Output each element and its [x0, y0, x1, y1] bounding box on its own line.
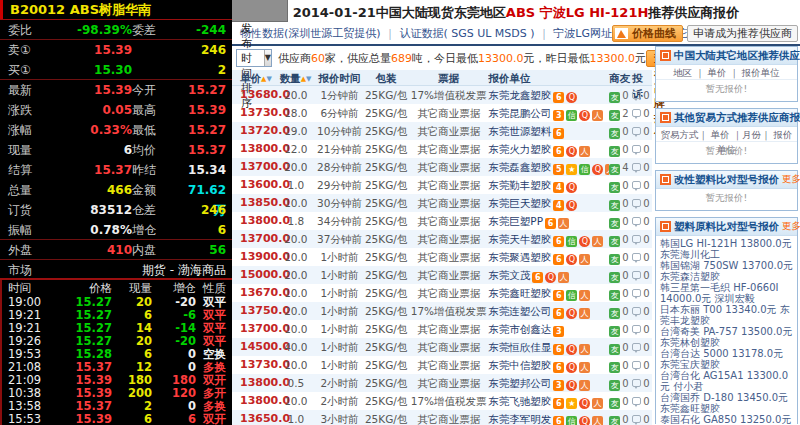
- quote-price[interactable]: 13800.0: [232, 140, 276, 158]
- chevron-down-icon[interactable]: ▼: [264, 50, 271, 66]
- price-curve-button[interactable]: 价格曲线: [612, 25, 683, 42]
- contact-card-icon[interactable]: 人: [579, 308, 590, 319]
- qq-icon[interactable]: Q: [579, 110, 590, 121]
- sidebar-quote-line[interactable]: 泰国石化 GA850 13250.0元 东莞明创公司: [660, 414, 794, 424]
- qq-icon[interactable]: Q: [566, 362, 577, 373]
- sidebar-quote-line[interactable]: 台湾台化 AG15A1 13300.0元 付小君: [660, 370, 794, 392]
- company-link[interactable]: 东莞连塑公司: [488, 305, 551, 317]
- complaint-bubble-icon[interactable]: [632, 235, 641, 243]
- company-link[interactable]: 东莞飞驰塑胶: [488, 395, 551, 407]
- vip-level-badge[interactable]: 3: [553, 326, 564, 337]
- quote-price[interactable]: 13730.0: [232, 356, 276, 374]
- quote-price[interactable]: 13750.0: [232, 302, 276, 320]
- complaint-bubble-icon[interactable]: [632, 145, 641, 153]
- sidebar-quote-line[interactable]: 台湾奇美 PA-757 13500.0元 东莞林创塑胶: [660, 326, 794, 348]
- friend-icon[interactable]: 友: [609, 182, 620, 193]
- credit-icon[interactable]: 信: [566, 236, 577, 247]
- quote-price[interactable]: 15000.0: [232, 266, 276, 284]
- contact-card-icon[interactable]: 人: [592, 236, 603, 247]
- vip-level-badge[interactable]: 6: [553, 290, 564, 301]
- friend-icon[interactable]: 友: [609, 290, 620, 301]
- vip-level-badge[interactable]: 4: [553, 200, 564, 211]
- quote-price[interactable]: 13700.0: [232, 158, 276, 176]
- credit-icon[interactable]: 信: [566, 290, 577, 301]
- contact-card-icon[interactable]: 人: [579, 380, 590, 391]
- qq-icon[interactable]: Q: [579, 398, 590, 409]
- complaint-bubble-icon[interactable]: [632, 127, 641, 135]
- company-link[interactable]: 东莞文茂: [488, 269, 530, 281]
- contact-card-icon[interactable]: 人: [579, 290, 590, 301]
- vip-level-badge[interactable]: 6: [545, 218, 556, 229]
- qq-icon[interactable]: Q: [545, 272, 556, 283]
- qq-icon[interactable]: Q: [566, 182, 577, 193]
- complaint-bubble-icon[interactable]: [632, 415, 641, 423]
- sort-desc-icon[interactable]: ▼: [306, 75, 311, 83]
- complaint-bubble-icon[interactable]: [632, 361, 641, 369]
- complaint-bubble-icon[interactable]: [632, 271, 641, 279]
- quote-price[interactable]: 13720.0: [232, 122, 276, 140]
- friend-icon[interactable]: 友: [609, 326, 620, 337]
- qq-icon[interactable]: Q: [566, 200, 577, 211]
- contact-card-icon[interactable]: 人: [579, 344, 590, 355]
- friend-icon[interactable]: 友: [609, 380, 620, 391]
- sidebar-quote-line[interactable]: 韩国LG HI-121H 13800.0元 东莞海川化工: [660, 238, 794, 260]
- complaint-bubble-icon[interactable]: [632, 181, 641, 189]
- company-link[interactable]: 东莞市创鑫达: [488, 323, 551, 335]
- sidebar-quote-line[interactable]: 台湾国乔 D-180 13450.0元 东莞鑫旺塑胶: [660, 392, 794, 414]
- friend-icon[interactable]: 友: [609, 416, 620, 425]
- friend-icon[interactable]: 友: [609, 236, 620, 247]
- complaint-bubble-icon[interactable]: [632, 325, 641, 333]
- complaint-bubble-icon[interactable]: [632, 253, 641, 261]
- friend-icon[interactable]: 友: [609, 200, 620, 211]
- quote-price[interactable]: 14500.0: [232, 338, 276, 356]
- friend-icon[interactable]: 友: [609, 272, 620, 283]
- complaint-bubble-icon[interactable]: [632, 91, 641, 99]
- apply-supplier-button[interactable]: 申请成为推荐供应商: [687, 25, 798, 42]
- crown-icon[interactable]: ★: [566, 398, 577, 409]
- quote-price[interactable]: 13700.0: [232, 230, 276, 248]
- contact-card-icon[interactable]: 人: [558, 218, 569, 229]
- company-link[interactable]: 东莞昆鹏公司: [488, 107, 551, 119]
- contact-card-icon[interactable]: 人: [592, 416, 603, 425]
- contact-card-icon[interactable]: 人: [592, 110, 603, 121]
- column-header-price[interactable]: 单价▲▼: [232, 70, 276, 85]
- qq-icon[interactable]: Q: [566, 380, 577, 391]
- company-link[interactable]: 东莞磊鑫塑胶: [488, 161, 551, 173]
- vip-level-badge[interactable]: 6: [553, 344, 564, 355]
- company-link[interactable]: 东莞李军明发: [488, 413, 551, 425]
- quote-price[interactable]: 13730.0: [232, 104, 276, 122]
- vip-level-badge[interactable]: 6: [553, 146, 564, 157]
- friend-icon[interactable]: 友: [609, 254, 620, 265]
- sidebar-quote-line[interactable]: 台湾台达 5000 13178.0元 东莞宝庆塑胶: [660, 348, 794, 370]
- complaint-bubble-icon[interactable]: [632, 109, 641, 117]
- contact-card-icon[interactable]: 人: [579, 362, 590, 373]
- qq-icon[interactable]: Q: [566, 254, 577, 265]
- nav-link[interactable]: 宁波LG网址: [553, 27, 612, 40]
- qq-icon[interactable]: Q: [592, 164, 603, 175]
- vip-level-badge[interactable]: 4: [553, 182, 564, 193]
- company-link[interactable]: 东莞恒欣佳显: [488, 341, 551, 353]
- company-link[interactable]: 东莞世源塑料: [488, 125, 551, 137]
- vip-level-badge[interactable]: 5: [553, 164, 564, 175]
- sidebar-quote-line[interactable]: 韩三星第一毛织 HF-0660I 14000.0元 深圳宏毅: [660, 282, 794, 304]
- vip-level-badge[interactable]: 3: [553, 110, 564, 121]
- vip-level-badge[interactable]: 6: [553, 416, 564, 425]
- company-link[interactable]: 东莞天牛塑胶: [488, 233, 551, 245]
- quote-price[interactable]: 13800.0: [232, 392, 276, 410]
- contact-card-icon[interactable]: 人: [592, 398, 603, 409]
- crown-icon[interactable]: ★: [566, 164, 577, 175]
- quote-price[interactable]: 13850.0: [232, 194, 276, 212]
- contact-card-icon[interactable]: 人: [558, 272, 569, 283]
- quote-price[interactable]: 13600.0: [232, 176, 276, 194]
- vip-level-badge[interactable]: 6: [553, 128, 564, 139]
- quote-price[interactable]: 13670.0: [232, 284, 276, 302]
- quote-price[interactable]: 13700.0: [232, 320, 276, 338]
- qq-icon[interactable]: Q: [566, 308, 577, 319]
- quote-price[interactable]: 13650.0: [232, 410, 276, 425]
- friend-icon[interactable]: 友: [609, 92, 620, 103]
- sort-select[interactable]: 按发布时间排序 ▼: [236, 49, 272, 67]
- complaint-bubble-icon[interactable]: [632, 379, 641, 387]
- company-link[interactable]: 东莞火力塑胶: [488, 143, 551, 155]
- qq-icon[interactable]: Q: [566, 92, 577, 103]
- credit-icon[interactable]: 信: [566, 416, 577, 425]
